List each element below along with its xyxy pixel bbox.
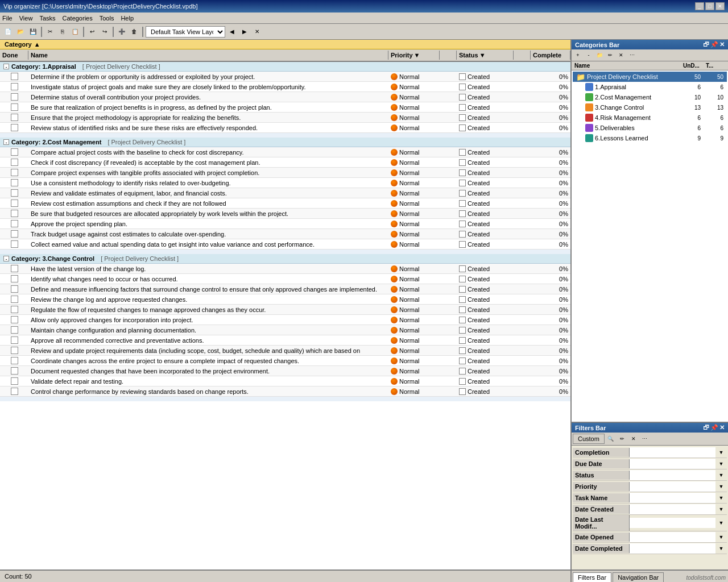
cut-button[interactable]: ✂ <box>44 26 56 38</box>
checkbox-icon[interactable] <box>11 367 18 375</box>
th-complete[interactable]: Complete <box>531 51 570 60</box>
checkbox-icon[interactable] <box>11 230 18 238</box>
cats-collapse-btn[interactable]: - <box>584 51 594 60</box>
task-row[interactable]: Be sure that budgeted resources are allo… <box>0 209 570 219</box>
filter-arrow-8[interactable]: ▼ <box>715 546 727 551</box>
checkbox-icon[interactable] <box>11 114 18 121</box>
task-done-checkbox[interactable] <box>0 178 28 187</box>
task-done-checkbox[interactable] <box>0 113 28 122</box>
th-priority[interactable]: Priority ▼ <box>388 51 440 60</box>
task-done-checkbox[interactable] <box>0 103 28 111</box>
th-status[interactable]: Status ▼ <box>457 51 514 60</box>
task-done-checkbox[interactable] <box>0 377 28 385</box>
filter-clear-btn[interactable]: ✕ <box>628 434 639 443</box>
task-row[interactable]: Review and validate estimates of equipme… <box>0 188 570 198</box>
filter-input-7[interactable] <box>630 532 715 542</box>
task-done-checkbox[interactable] <box>0 275 28 283</box>
checkbox-icon[interactable] <box>11 275 18 282</box>
category-header-1[interactable]: - Category: 1.Appraisal [ Project Delive… <box>0 62 570 72</box>
task-done-checkbox[interactable] <box>0 367 28 375</box>
category-header-3[interactable]: - Category: 3.Change Control [ Project D… <box>0 254 570 264</box>
task-done-checkbox[interactable] <box>0 346 28 355</box>
filters-close-icon[interactable]: ✕ <box>719 424 725 431</box>
filter-arrow-1[interactable]: ▼ <box>715 461 727 467</box>
tab-navigation-bar[interactable]: Navigation Bar <box>613 572 664 582</box>
task-row[interactable]: Be sure that realization of project bene… <box>0 102 570 113</box>
filter-custom-button[interactable]: Custom <box>573 434 605 444</box>
cats-folder-btn[interactable]: 📁 <box>594 51 605 60</box>
task-done-checkbox[interactable] <box>0 387 28 396</box>
task-row[interactable]: Track budget usage against cost estimate… <box>0 229 570 239</box>
task-done-checkbox[interactable] <box>0 264 28 273</box>
checkbox-icon[interactable] <box>11 306 18 313</box>
task-row[interactable]: Document requested changes that have bee… <box>0 366 570 376</box>
cats-more-btn[interactable]: ⋯ <box>627 51 637 60</box>
task-done-checkbox[interactable] <box>0 189 28 197</box>
layout-next-button[interactable]: ▶ <box>239 26 250 38</box>
task-done-checkbox[interactable] <box>0 285 28 293</box>
checkbox-icon[interactable] <box>11 388 18 395</box>
close-button[interactable]: ✕ <box>715 2 725 10</box>
open-button[interactable]: 📂 <box>15 26 26 38</box>
task-done-checkbox[interactable] <box>0 305 28 314</box>
paste-button[interactable]: 📋 <box>69 26 81 38</box>
task-done-checkbox[interactable] <box>0 72 28 81</box>
filter-input-6[interactable] <box>630 518 715 528</box>
checkbox-icon[interactable] <box>11 148 18 156</box>
checkbox-icon[interactable] <box>11 103 18 111</box>
menu-item-view[interactable]: View <box>19 15 33 22</box>
save-button[interactable]: 💾 <box>27 26 39 38</box>
task-done-checkbox[interactable] <box>0 230 28 238</box>
task-row[interactable]: Define and measure influencing factors t… <box>0 284 570 294</box>
cats-expand-btn[interactable]: + <box>573 51 583 60</box>
undo-button[interactable]: ↩ <box>86 26 98 38</box>
task-done-checkbox[interactable] <box>0 295 28 304</box>
task-done-checkbox[interactable] <box>0 209 28 218</box>
checkbox-icon[interactable] <box>11 83 18 90</box>
task-done-checkbox[interactable] <box>0 168 28 177</box>
tree-item-1[interactable]: 1.Appraisal 6 6 <box>573 82 727 92</box>
filter-search-btn[interactable]: 🔍 <box>606 434 616 443</box>
cats-edit-btn[interactable]: ✏ <box>605 51 615 60</box>
task-done-checkbox[interactable] <box>0 336 28 344</box>
filter-arrow-3[interactable]: ▼ <box>715 484 727 489</box>
task-row[interactable]: Check if cost discrepancy (if revealed) … <box>0 157 570 168</box>
checkbox-icon[interactable] <box>11 189 18 197</box>
status-filter-icon[interactable]: ▼ <box>479 52 486 59</box>
filter-arrow-7[interactable]: ▼ <box>715 534 727 540</box>
task-done-checkbox[interactable] <box>0 148 28 156</box>
filter-input-2[interactable] <box>630 470 715 480</box>
task-done-checkbox[interactable] <box>0 82 28 91</box>
task-row[interactable]: Use a consistent methodology to identify… <box>0 178 570 188</box>
add-task-button[interactable]: ➕ <box>116 26 127 38</box>
checkbox-icon[interactable] <box>11 179 18 186</box>
cats-pin-icon[interactable]: 📌 <box>710 41 718 48</box>
cats-close-icon[interactable]: ✕ <box>719 41 725 48</box>
filter-arrow-4[interactable]: ▼ <box>715 495 727 501</box>
task-done-checkbox[interactable] <box>0 326 28 334</box>
task-row[interactable]: Approve the project spending plan. Norma… <box>0 219 570 229</box>
cat-expand-3[interactable]: - <box>3 256 9 261</box>
task-done-checkbox[interactable] <box>0 93 28 101</box>
task-done-checkbox[interactable] <box>0 199 28 207</box>
checkbox-icon[interactable] <box>11 240 18 248</box>
filter-input-3[interactable] <box>630 481 715 492</box>
checkbox-icon[interactable] <box>11 93 18 101</box>
new-button[interactable]: 📄 <box>2 26 14 38</box>
cat-expand-1[interactable]: - <box>3 64 9 69</box>
task-row[interactable]: Have the latest version of the change lo… <box>0 264 570 274</box>
table-body[interactable]: - Category: 1.Appraisal [ Project Delive… <box>0 62 570 569</box>
category-header-2[interactable]: - Category: 2.Cost Management [ Project … <box>0 138 570 147</box>
filters-restore-icon[interactable]: 🗗 <box>703 424 709 431</box>
maximize-button[interactable]: □ <box>705 2 714 10</box>
filter-input-4[interactable] <box>630 493 715 503</box>
checkbox-icon[interactable] <box>11 265 18 272</box>
layout-prev-button[interactable]: ◀ <box>226 26 238 38</box>
menu-item-tasks[interactable]: Tasks <box>39 15 55 22</box>
task-row[interactable]: Review the change log and approve reques… <box>0 294 570 305</box>
task-row[interactable]: Review status of identified risks and be… <box>0 123 570 133</box>
filter-arrow-2[interactable]: ▼ <box>715 472 727 478</box>
task-row[interactable]: Investigate status of project goals and … <box>0 82 570 92</box>
task-row[interactable]: Compare project expenses with tangible p… <box>0 168 570 178</box>
task-row[interactable]: Collect earned value and actual spending… <box>0 239 570 250</box>
